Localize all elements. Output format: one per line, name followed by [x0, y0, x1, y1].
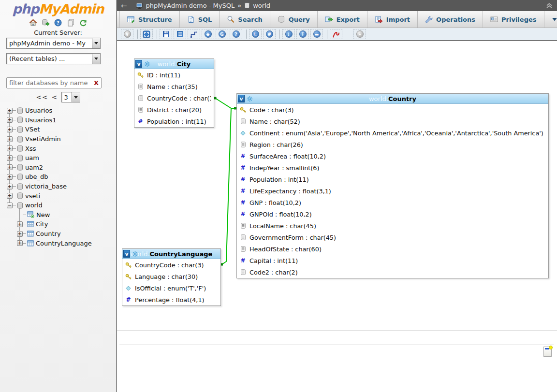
- toggle-relation-lines-button[interactable]: ▬: [310, 29, 323, 39]
- tab-more[interactable]: More: [544, 11, 557, 28]
- docs-icon[interactable]: [67, 19, 75, 27]
- collapse-panel-icon[interactable]: [545, 2, 553, 9]
- db-item-Xss[interactable]: +Xss: [0, 144, 116, 153]
- designer-column-Population[interactable]: #Population : int(11): [134, 116, 214, 127]
- dropdown-arrow-icon[interactable]: [72, 92, 80, 102]
- designer-column-GovernmentForm[interactable]: GovernmentForm : char(45): [237, 232, 548, 243]
- table-list-button[interactable]: [174, 29, 186, 39]
- dropdown-arrow-icon[interactable]: [92, 54, 100, 64]
- table-item-City[interactable]: +City: [0, 219, 116, 229]
- table-item-Country[interactable]: +Country: [0, 229, 116, 239]
- create-relation-button[interactable]: [188, 29, 200, 39]
- help-icon[interactable]: ?: [54, 19, 62, 27]
- expand-icon[interactable]: +: [7, 127, 13, 132]
- db-export-icon[interactable]: [42, 19, 50, 27]
- clear-filter-icon[interactable]: X: [94, 79, 99, 87]
- recent-tables-select[interactable]: (Recent tables) ...: [6, 53, 101, 64]
- pagination-back[interactable]: <: [52, 93, 58, 101]
- tab-search[interactable]: Search: [220, 11, 270, 28]
- designer-column-Code[interactable]: Code : char(3): [237, 104, 548, 116]
- designer-column-ID[interactable]: ID : int(11): [134, 69, 214, 81]
- tab-sql[interactable]: SQL: [180, 11, 220, 28]
- designer-column-Percentage[interactable]: #Percentage : float(4,1): [122, 294, 220, 305]
- choose-column-to-display-button[interactable]: ◆: [202, 29, 214, 39]
- db-item-vseti[interactable]: +vseti: [0, 191, 116, 201]
- db-item-VSet[interactable]: +VSet: [0, 125, 116, 134]
- expand-icon[interactable]: +: [7, 155, 13, 161]
- tab-operations[interactable]: Operations: [418, 11, 483, 28]
- db-item-Usuarios[interactable]: +Usuarios: [0, 106, 116, 116]
- back-icon[interactable]: ←: [121, 1, 127, 10]
- table-structure-icon[interactable]: [132, 251, 138, 257]
- designer-column-Language[interactable]: Language : char(30): [122, 271, 220, 282]
- tab-import[interactable]: Import: [367, 11, 418, 28]
- designer-table-header[interactable]: v world.Country: [237, 94, 548, 104]
- phpmyadmin-logo[interactable]: phpMyAdmin: [0, 1, 116, 16]
- expand-icon[interactable]: +: [7, 108, 13, 114]
- fullscreen-button[interactable]: [140, 29, 153, 39]
- expand-icon[interactable]: +: [7, 136, 13, 142]
- expand-icon[interactable]: +: [17, 240, 23, 246]
- designer-column-Name[interactable]: Name : char(52): [237, 116, 548, 127]
- page-select[interactable]: 3: [61, 92, 80, 102]
- server-select[interactable]: phpMyAdmin demo - My: [6, 38, 101, 49]
- angular-direct-links-button[interactable]: ∟: [249, 29, 262, 39]
- pagination-fast-back[interactable]: <<: [36, 93, 48, 101]
- table-structure-icon[interactable]: [144, 61, 150, 67]
- snap-to-grid-button[interactable]: #: [263, 29, 276, 39]
- minimize-table-icon[interactable]: v: [238, 95, 245, 102]
- designer-column-SurfaceArea[interactable]: #SurfaceArea : float(10,2): [237, 150, 548, 162]
- designer-table-header[interactable]: v world.CountryLanguage: [122, 249, 220, 259]
- db-item-VsetiAdmin[interactable]: +VsetiAdmin: [0, 134, 116, 144]
- designer-column-GNP[interactable]: #GNP : float(10,2): [237, 197, 548, 208]
- save-position-button[interactable]: [160, 29, 172, 39]
- dropdown-arrow-icon[interactable]: [92, 38, 100, 48]
- minimize-table-icon[interactable]: v: [123, 250, 130, 258]
- small-all-button[interactable]: ↓: [282, 29, 295, 39]
- designer-column-CountryCode[interactable]: CountryCode : char(3): [134, 92, 214, 104]
- designer-column-CountryCode[interactable]: CountryCode : char(3): [122, 259, 220, 271]
- designer-column-Code2[interactable]: Code2 : char(2): [237, 266, 548, 278]
- db-item-uam[interactable]: +uam: [0, 153, 116, 163]
- designer-table-Country[interactable]: v world.Country Code : char(3)Name : cha…: [236, 93, 549, 278]
- expand-icon[interactable]: +: [7, 174, 13, 180]
- expand-icon[interactable]: +: [17, 231, 23, 237]
- table-item-New[interactable]: New: [0, 210, 116, 220]
- expand-icon[interactable]: +: [7, 164, 13, 170]
- designer-column-Population[interactable]: #Population : int(11): [237, 174, 548, 185]
- db-item-Usuarios1[interactable]: +Usuarios1: [0, 116, 116, 125]
- tab-privileges[interactable]: Privileges: [483, 11, 544, 28]
- designer-column-LocalName[interactable]: LocalName : char(45): [237, 220, 548, 232]
- expand-icon[interactable]: +: [7, 117, 13, 123]
- move-menu-button[interactable]: »: [353, 29, 366, 39]
- designer-column-Capital[interactable]: #Capital : int(11): [237, 255, 548, 266]
- database-filter-input[interactable]: [6, 77, 102, 88]
- designer-column-Name[interactable]: Name : char(35): [134, 81, 214, 92]
- designer-table-CountryLanguage[interactable]: v world.CountryLanguage CountryCode : ch…: [122, 248, 221, 306]
- expand-icon[interactable]: +: [7, 145, 13, 151]
- designer-column-IndepYear[interactable]: #IndepYear : smallint(6): [237, 162, 548, 174]
- expand-icon[interactable]: +: [7, 184, 13, 189]
- expand-icon[interactable]: +: [7, 193, 13, 199]
- reload-button[interactable]: G: [216, 29, 228, 39]
- collapse-icon[interactable]: −: [7, 203, 13, 208]
- minimize-table-icon[interactable]: v: [135, 60, 142, 68]
- home-icon[interactable]: [29, 19, 37, 27]
- designer-column-LifeExpectancy[interactable]: #LifeExpectancy : float(3,1): [237, 185, 548, 197]
- table-structure-icon[interactable]: [247, 96, 253, 102]
- db-item-victoria_base[interactable]: +victoria_base: [0, 182, 116, 191]
- refresh-icon[interactable]: [79, 19, 88, 27]
- designer-column-Region[interactable]: Region : char(26): [237, 139, 548, 150]
- designer-column-District[interactable]: District : char(20): [134, 104, 214, 116]
- designer-column-HeadOfState[interactable]: HeadOfState : char(60): [237, 243, 548, 255]
- tab-export[interactable]: Export: [318, 11, 367, 28]
- db-item-uam2[interactable]: +uam2: [0, 163, 116, 173]
- db-item-ube_db[interactable]: +ube_db: [0, 172, 116, 182]
- designer-table-City[interactable]: v world.City ID : int(11)Name : char(35)…: [134, 58, 214, 128]
- toggle-tables-sidebar-button[interactable]: ∨: [121, 29, 133, 39]
- tab-structure[interactable]: Structure: [119, 11, 180, 28]
- help-button[interactable]: ?: [230, 29, 242, 39]
- table-item-CountryLanguage[interactable]: +CountryLanguage: [0, 238, 116, 248]
- designer-column-Continent[interactable]: Continent : enum('Asia','Europe','North …: [237, 127, 548, 139]
- toggle-small-big-button[interactable]: ↧: [296, 29, 309, 39]
